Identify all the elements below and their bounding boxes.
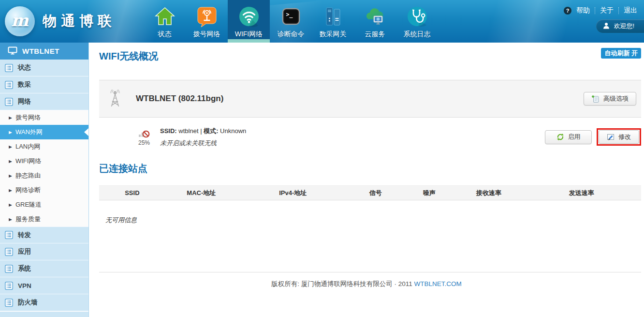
wifi-overview-panel: WTBLNET (802.11bgn) 高级选项: [99, 80, 641, 118]
logo-text: 物通博联: [43, 12, 116, 31]
col-mac: MAC-地址: [165, 186, 237, 200]
triangle-bullet-icon: ▶: [9, 159, 12, 164]
advanced-options-button[interactable]: 高级选项: [584, 92, 636, 106]
sidebar-item-label: WAN外网: [15, 128, 43, 136]
sidebar-item-status[interactable]: 状态: [0, 60, 88, 76]
sidebar-item-wifi-network[interactable]: ▶WIFI网络: [0, 154, 88, 168]
sidebar-item-network-diagnosis[interactable]: ▶网络诊断: [0, 183, 88, 197]
sidebar-item-qos[interactable]: ▶服务质量: [0, 212, 88, 226]
sidebar-item-label: 网络诊断: [15, 186, 41, 195]
sidebar: WTBLNET 状态 数采 网络 ▶拨号网络 ▶WAN外网 ▶LAN内网 ▶WI…: [0, 43, 89, 317]
page-title: WIFI无线概况: [99, 50, 158, 63]
sidebar-item-network[interactable]: 网络: [0, 93, 88, 110]
welcome-button[interactable]: 欢迎您!: [596, 19, 644, 33]
nav-tab-label: 诊断命令: [278, 30, 305, 39]
logo-sphere-icon: m: [5, 6, 35, 36]
nav-tab-label: 云服务: [365, 30, 385, 39]
nav-tab-label: 状态: [158, 30, 172, 39]
about-link[interactable]: 关于: [600, 6, 614, 15]
sidebar-item-dialup-network[interactable]: ▶拨号网络: [0, 110, 88, 125]
nav-tab-wifi[interactable]: WIFI网络: [228, 0, 270, 43]
sidebar-item-label: 网络: [18, 97, 31, 106]
sidebar-item-label: VPN: [18, 282, 31, 289]
nav-tab-label: 数采网关: [320, 30, 347, 39]
nav-tab-label: WIFI网络: [235, 30, 263, 39]
mode-value: Unknown: [220, 127, 246, 135]
ssid-label: SSID:: [160, 127, 177, 135]
sidebar-item-application[interactable]: 应用: [0, 243, 88, 260]
dotted-divider: [618, 7, 619, 14]
sidebar-item-label: LAN内网: [15, 142, 40, 151]
table-header-row: SSID MAC-地址 IPv4-地址 信号 噪声 接收速率 发送速率: [99, 186, 641, 200]
nav-tab-cloud[interactable]: 云服务: [354, 0, 396, 43]
triangle-bullet-icon: ▶: [9, 116, 12, 120]
system-log-icon: [407, 4, 428, 29]
modify-button[interactable]: 修改: [599, 130, 639, 144]
auto-refresh-toggle[interactable]: 自动刷新 开: [601, 48, 641, 59]
wtblnet-link[interactable]: WTBLNET.COM: [414, 280, 462, 287]
table-empty-text: 无可用信息: [105, 216, 137, 225]
sidebar-item-label: 数采: [18, 80, 31, 89]
sidebar-item-system[interactable]: 系统: [0, 260, 88, 277]
sidebar-item-gre-tunnel[interactable]: ▶GRE隧道: [0, 197, 88, 212]
separator: |: [200, 127, 202, 135]
sidebar-item-partial[interactable]: [0, 311, 88, 317]
footer: 版权所有: 厦门物通博联网络科技有限公司 · 2011 WTBLNET.COM: [89, 280, 644, 288]
sidebar-item-vpn[interactable]: VPN: [0, 277, 88, 294]
antenna-icon: [107, 87, 123, 111]
copyright-text: 版权所有: 厦门物通博联网络科技有限公司 · 2011: [271, 280, 412, 287]
triangle-bullet-icon: ▶: [9, 130, 12, 135]
page-plus-icon: [591, 95, 600, 103]
list-icon: [5, 248, 13, 256]
welcome-label: 欢迎您!: [614, 22, 634, 30]
sidebar-item-label: 拨号网络: [15, 113, 41, 122]
terminal-icon: >_: [281, 4, 301, 29]
list-icon: [5, 81, 13, 89]
enable-button[interactable]: 启用: [545, 130, 592, 144]
list-icon: [5, 299, 13, 307]
top-nav: 状态 拨号网络: [144, 0, 438, 43]
nav-tab-syslog[interactable]: 系统日志: [396, 0, 438, 43]
dotted-divider: [595, 7, 595, 14]
highlight-annotation: 修改: [597, 128, 641, 146]
list-icon: [5, 265, 13, 273]
logout-link[interactable]: 退出: [624, 6, 637, 15]
svg-text:>_: >_: [286, 11, 293, 18]
sidebar-item-firewall[interactable]: 防火墙: [0, 294, 88, 311]
help-icon: ?: [564, 7, 571, 15]
sidebar-item-label: WIFI网络: [15, 157, 41, 166]
cloud-service-icon: [365, 4, 386, 29]
sidebar-item-label: 防火墙: [18, 298, 38, 307]
no-signal-icon: [138, 128, 150, 138]
mode-label: 模式:: [204, 127, 218, 135]
triangle-bullet-icon: ▶: [9, 188, 12, 193]
sidebar-item-data-collect[interactable]: 数采: [0, 76, 88, 93]
list-icon: [5, 98, 13, 106]
sidebar-item-wan[interactable]: ▶WAN外网: [0, 125, 88, 139]
sidebar-header: WTBLNET: [0, 43, 88, 60]
ssid-value: wtblnet: [178, 127, 198, 135]
refresh-icon: [556, 133, 564, 141]
nav-tab-gateway[interactable]: 数采网关: [312, 0, 354, 43]
sidebar-item-lan[interactable]: ▶LAN内网: [0, 139, 88, 154]
sidebar-item-label: 转发: [18, 231, 31, 240]
signal-percent: 25%: [138, 139, 150, 146]
signal-block: 25%: [134, 128, 154, 146]
nav-tab-diagnostics[interactable]: >_ 诊断命令: [270, 0, 312, 43]
help-link[interactable]: 帮助: [576, 6, 590, 15]
sidebar-item-label: 静态路由: [15, 171, 41, 180]
workspace: WTBLNET 状态 数采 网络 ▶拨号网络 ▶WAN外网 ▶LAN内网 ▶WI…: [0, 43, 644, 317]
wifi-icon: [238, 4, 260, 29]
advanced-options-label: 高级选项: [603, 94, 629, 103]
sidebar-item-static-route[interactable]: ▶静态路由: [0, 168, 88, 183]
nav-tab-dialup[interactable]: 拨号网络: [186, 0, 228, 43]
stations-table: SSID MAC-地址 IPv4-地址 信号 噪声 接收速率 发送速率: [99, 185, 641, 200]
sidebar-item-label: 状态: [18, 63, 31, 72]
logo: m 物通博联: [0, 0, 144, 43]
sidebar-title: WTBLNET: [22, 47, 59, 55]
footer-divider: [99, 272, 641, 272]
nav-tab-status[interactable]: 状态: [144, 0, 186, 43]
triangle-bullet-icon: ▶: [9, 174, 12, 178]
sidebar-item-forwarding[interactable]: 转发: [0, 226, 88, 243]
main-content: WIFI无线概况 自动刷新 开 WTBLNET (802.11bgn) 高级选项: [89, 43, 644, 317]
